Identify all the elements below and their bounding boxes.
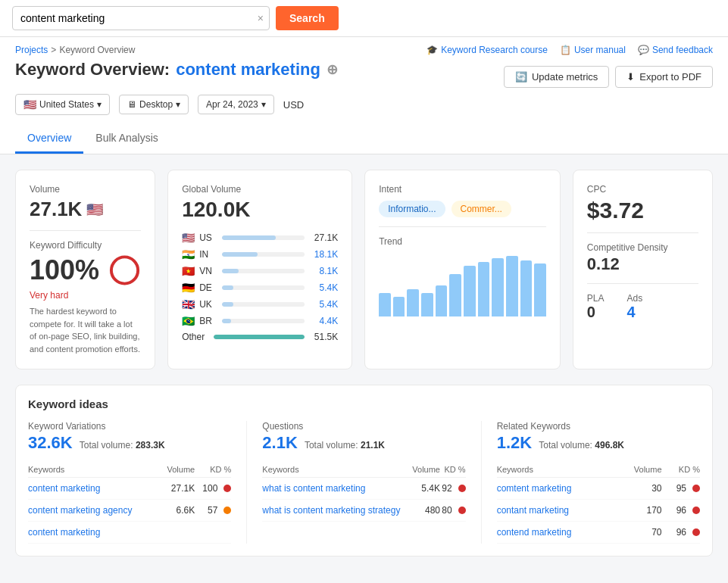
ideas-table: KeywordsVolumeKD %content marketing27.1K… bbox=[28, 462, 231, 544]
export-pdf-button[interactable]: ⬇ Export to PDF bbox=[615, 66, 713, 88]
table-row: contend marketing7096 bbox=[497, 522, 700, 544]
country-val: 8.1K bbox=[309, 266, 338, 276]
header-actions: 🔄 Update metrics ⬇ Export to PDF bbox=[504, 66, 713, 88]
ideas-col-total: Total volume: 496.8K bbox=[536, 440, 624, 450]
table-row: comtent marketing3095 bbox=[497, 478, 700, 500]
keyword-link[interactable]: contant marketing bbox=[497, 505, 569, 516]
keyword-course-link[interactable]: 🎓 Keyword Research course bbox=[426, 45, 548, 55]
currency-label: USD bbox=[283, 99, 304, 111]
kd-number: 100 bbox=[202, 483, 217, 494]
country-row: 🇮🇳 IN 18.1K bbox=[182, 246, 338, 263]
ideas-col-count-row: 32.6K Total volume: 283.3K bbox=[28, 433, 231, 453]
keyword-link[interactable]: content marketing agency bbox=[28, 505, 132, 516]
header-links: 🎓 Keyword Research course 📋 User manual … bbox=[426, 45, 713, 55]
page-title-prefix: Keyword Overview: bbox=[15, 60, 170, 80]
device-filter[interactable]: 🖥 Desktop ▾ bbox=[119, 95, 189, 114]
header-right: 🎓 Keyword Research course 📋 User manual … bbox=[426, 45, 713, 88]
keyword-kd: 57 bbox=[195, 500, 231, 522]
keyword-link[interactable]: what is content marketing strategy bbox=[262, 505, 400, 516]
kd-dot bbox=[692, 528, 700, 536]
keyword-volume: 170 bbox=[617, 500, 661, 522]
user-manual-link[interactable]: 📋 User manual bbox=[560, 45, 626, 55]
tab-overview[interactable]: Overview bbox=[15, 124, 83, 154]
comp-density-label: Competitive Density bbox=[587, 242, 698, 253]
ideas-col-1: Questions2.1K Total volume: 21.1KKeyword… bbox=[262, 421, 481, 544]
trend-bar bbox=[478, 262, 490, 316]
trend-bar bbox=[407, 289, 419, 316]
page-title: Keyword Overview: content marketing ⊕ bbox=[15, 60, 338, 80]
table-header: Volume bbox=[411, 462, 440, 478]
table-header: KD % bbox=[662, 462, 700, 478]
keyword-link[interactable]: comtent marketing bbox=[497, 483, 572, 494]
kd-number: 92 bbox=[442, 483, 451, 494]
table-header: KD % bbox=[440, 462, 466, 478]
keyword-kd: 96 bbox=[662, 522, 700, 544]
country-bar-wrap bbox=[222, 319, 305, 323]
kd-circle-chart bbox=[108, 254, 141, 287]
kd-number: 96 bbox=[676, 505, 686, 516]
send-feedback-link[interactable]: 💬 Send feedback bbox=[638, 45, 713, 55]
keyword-kd: 96 bbox=[662, 500, 700, 522]
kd-dot bbox=[458, 507, 466, 514]
kd-number: 80 bbox=[442, 505, 451, 516]
country-other-label: Other bbox=[182, 332, 209, 342]
ads-item: Ads 4 bbox=[627, 293, 643, 321]
trend-bar bbox=[436, 285, 448, 316]
country-bar bbox=[222, 252, 258, 257]
country-bar bbox=[222, 269, 239, 273]
page-header: Projects > Keyword Overview Keyword Over… bbox=[0, 37, 728, 154]
ideas-col-title: Questions bbox=[262, 421, 465, 432]
search-input-wrap: × bbox=[12, 6, 270, 30]
search-input[interactable] bbox=[12, 6, 270, 30]
ideas-table: KeywordsVolumeKD %what is content market… bbox=[262, 462, 465, 522]
clear-icon[interactable]: × bbox=[258, 12, 264, 24]
keyword-volume: 70 bbox=[617, 522, 661, 544]
keyword-link[interactable]: content marketing bbox=[28, 483, 100, 494]
country-bar bbox=[222, 235, 276, 240]
date-filter-label: Apr 24, 2023 bbox=[206, 99, 258, 110]
date-filter[interactable]: Apr 24, 2023 ▾ bbox=[198, 95, 274, 114]
table-header: Keywords bbox=[28, 462, 160, 478]
other-bar-wrap bbox=[214, 335, 305, 339]
country-val: 5.4K bbox=[309, 282, 338, 293]
country-flag-icon: 🇬🇧 bbox=[182, 298, 195, 310]
breadcrumb-sep: > bbox=[51, 45, 56, 55]
tab-bulk-analysis[interactable]: Bulk Analysis bbox=[83, 124, 170, 154]
trend-bar bbox=[506, 256, 518, 316]
page-title-keyword: content marketing bbox=[176, 60, 320, 80]
volume-label: Volume bbox=[30, 184, 141, 195]
keyword-kd: 92 bbox=[440, 478, 466, 500]
cpc-value: $3.72 bbox=[587, 198, 698, 223]
search-button[interactable]: Search bbox=[276, 6, 339, 30]
country-filter-label: United States bbox=[39, 99, 94, 110]
ideas-col-2: Related Keywords1.2K Total volume: 496.8… bbox=[497, 421, 700, 544]
kd-number: 57 bbox=[208, 505, 217, 516]
country-bar-wrap bbox=[222, 235, 305, 240]
table-row: content marketing agency6.6K57 bbox=[28, 500, 231, 522]
date-chevron-icon: ▾ bbox=[261, 99, 266, 110]
country-bar bbox=[222, 302, 233, 307]
country-flag-icon: 🇻🇳 bbox=[182, 265, 195, 277]
keyword-volume: 6.6K bbox=[160, 500, 195, 522]
keyword-link[interactable]: content marketing bbox=[28, 527, 100, 538]
country-filter[interactable]: 🇺🇸 United States ▾ bbox=[15, 94, 110, 115]
add-keyword-icon[interactable]: ⊕ bbox=[327, 61, 338, 78]
country-row: 🇬🇧 UK 5.4K bbox=[182, 296, 338, 313]
other-val: 51.5K bbox=[309, 332, 338, 342]
main-content: Volume 27.1K 🇺🇸 Keyword Difficulty 100% … bbox=[0, 154, 728, 572]
country-val: 5.4K bbox=[309, 299, 338, 310]
country-code: BR bbox=[199, 316, 217, 326]
device-filter-label: Desktop bbox=[139, 99, 173, 110]
volume-kd-card: Volume 27.1K 🇺🇸 Keyword Difficulty 100% … bbox=[15, 170, 155, 369]
update-metrics-button[interactable]: 🔄 Update metrics bbox=[504, 66, 609, 88]
breadcrumb-current: Keyword Overview bbox=[59, 45, 135, 55]
keyword-link[interactable]: contend marketing bbox=[497, 527, 572, 538]
keyword-kd bbox=[195, 522, 231, 544]
breadcrumb-parent[interactable]: Projects bbox=[15, 45, 48, 55]
country-row: 🇻🇳 VN 8.1K bbox=[182, 263, 338, 279]
breadcrumb: Projects > Keyword Overview bbox=[15, 45, 338, 55]
svg-point-1 bbox=[111, 257, 138, 283]
keyword-link[interactable]: what is content marketing bbox=[262, 483, 365, 494]
trend-bar bbox=[492, 258, 504, 316]
volume-value: 27.1K 🇺🇸 bbox=[30, 198, 141, 221]
